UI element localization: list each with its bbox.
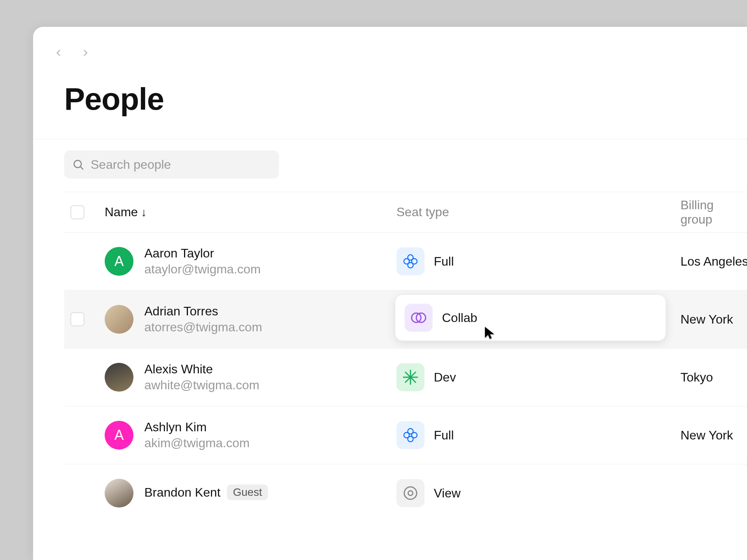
person-cell: Alexis White awhite@twigma.com xyxy=(105,362,396,392)
svg-point-17 xyxy=(408,491,413,495)
seat-label: View xyxy=(434,486,461,500)
seat-type-dropdown[interactable]: Collab xyxy=(395,294,666,341)
svg-point-15 xyxy=(412,432,417,438)
search-input[interactable] xyxy=(91,158,271,172)
sort-descending-icon: ↓ xyxy=(141,206,147,219)
seat-cell[interactable]: View xyxy=(396,479,680,507)
avatar-initial: A xyxy=(114,253,124,270)
seat-label: Full xyxy=(434,428,454,443)
person-email: ataylor@twigma.com xyxy=(144,262,261,276)
search-field[interactable] xyxy=(64,150,279,178)
page-title: People xyxy=(64,81,164,117)
seat-cell[interactable]: Full xyxy=(396,421,680,449)
column-header-billing-group[interactable]: Billing group xyxy=(680,198,747,227)
seat-cell[interactable]: Dev xyxy=(396,363,680,391)
avatar: A xyxy=(105,421,133,450)
seat-collab-icon xyxy=(405,304,433,332)
person-name: Alexis White xyxy=(144,362,213,376)
avatar xyxy=(105,363,133,392)
seat-label: Full xyxy=(434,254,454,269)
nav-arrows xyxy=(53,48,91,58)
person-email: akim@twigma.com xyxy=(144,436,250,450)
seat-label: Collab xyxy=(442,311,477,325)
person-cell: Adrian Torres atorres@twigma.com xyxy=(105,304,396,334)
app-window: People Name ↓ Seat type Billing group xyxy=(33,27,747,560)
seat-full-icon xyxy=(396,421,424,449)
table-row[interactable]: Brandon Kent Guest View xyxy=(64,464,747,522)
seat-cell[interactable]: Full xyxy=(396,247,680,275)
person-cell: Brandon Kent Guest xyxy=(105,479,396,508)
person-cell: A Aaron Taylor ataylor@twigma.com xyxy=(105,246,396,276)
seat-dev-icon xyxy=(396,363,424,391)
row-checkbox[interactable] xyxy=(70,312,84,326)
table-header-row: Name ↓ Seat type Billing group xyxy=(64,192,747,232)
column-header-name-label: Name xyxy=(105,205,138,219)
column-header-seat-type[interactable]: Seat type xyxy=(396,205,680,219)
person-name: Aaron Taylor xyxy=(144,246,214,261)
table-row[interactable]: Adrian Torres atorres@twigma.com New Yor… xyxy=(64,290,747,348)
avatar-initial: A xyxy=(114,427,124,443)
person-name: Brandon Kent xyxy=(144,485,221,500)
nav-back-button[interactable] xyxy=(53,48,63,58)
avatar xyxy=(105,479,133,508)
seat-view-icon xyxy=(396,479,424,507)
person-email: awhite@twigma.com xyxy=(144,378,260,392)
seat-label: Dev xyxy=(434,370,456,385)
billing-group: Tokyo xyxy=(680,370,747,385)
table-row[interactable]: A Aaron Taylor ataylor@twigma.com Full L… xyxy=(64,232,747,290)
table-row[interactable]: A Ashlyn Kim akim@twigma.com Full New Yo… xyxy=(64,406,747,464)
billing-group: New York xyxy=(680,428,747,443)
select-all-cell xyxy=(64,205,105,219)
billing-group: New York xyxy=(680,312,747,327)
svg-point-16 xyxy=(404,487,417,499)
svg-point-5 xyxy=(412,259,417,264)
table-row[interactable]: Alexis White awhite@twigma.com Dev Tokyo xyxy=(64,348,747,406)
avatar: A xyxy=(105,247,133,276)
search-icon xyxy=(72,158,84,171)
header-divider xyxy=(33,139,747,139)
guest-badge: Guest xyxy=(227,485,268,500)
avatar xyxy=(105,305,133,334)
nav-forward-button[interactable] xyxy=(81,48,91,58)
person-name: Ashlyn Kim xyxy=(144,420,207,434)
svg-point-4 xyxy=(404,259,409,264)
select-all-checkbox[interactable] xyxy=(70,205,84,219)
person-cell: A Ashlyn Kim akim@twigma.com xyxy=(105,420,396,450)
seat-full-icon xyxy=(396,247,424,275)
svg-line-1 xyxy=(80,166,83,169)
people-table: Name ↓ Seat type Billing group A Aaron T… xyxy=(64,192,747,522)
person-name: Adrian Torres xyxy=(144,304,218,318)
person-email: atorres@twigma.com xyxy=(144,320,262,334)
svg-point-14 xyxy=(404,432,409,438)
column-header-name[interactable]: Name ↓ xyxy=(105,205,396,219)
billing-group: Los Angeles xyxy=(680,254,747,269)
